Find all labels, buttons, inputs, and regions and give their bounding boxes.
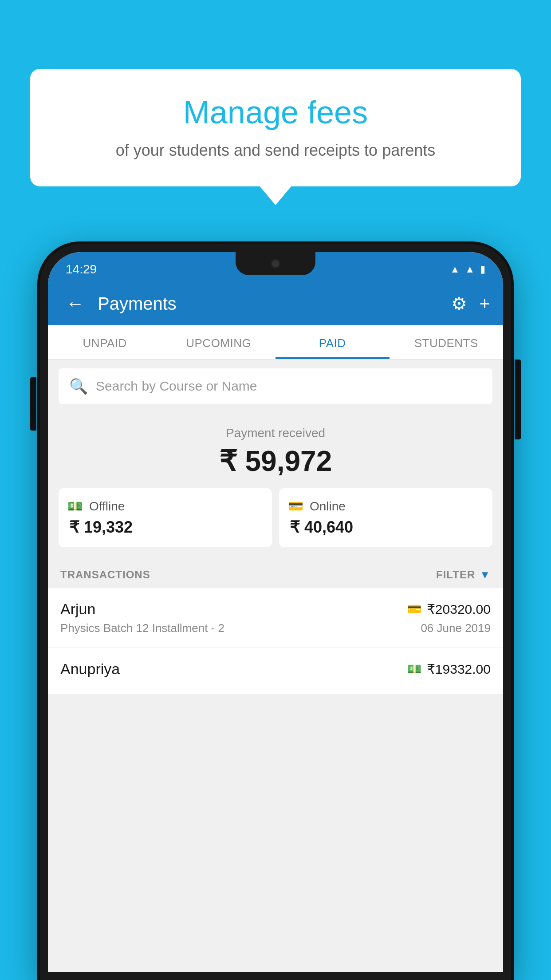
status-icons: ▲ ▲ ▮	[450, 264, 485, 275]
add-icon[interactable]: +	[480, 294, 490, 314]
header-icons: ⚙ +	[451, 293, 490, 314]
card-payment-icon: 💳	[407, 602, 421, 616]
tab-paid[interactable]: PAID	[276, 325, 390, 359]
filter-button[interactable]: FILTER ▼	[436, 569, 491, 581]
payment-total: ₹ 59,972	[59, 445, 492, 478]
transaction-amount: ₹19332.00	[427, 661, 491, 677]
offline-card-top: 💵 Offline	[67, 499, 125, 514]
offline-label: Offline	[89, 499, 125, 514]
tab-upcoming[interactable]: UPCOMING	[162, 325, 276, 359]
back-button[interactable]: ←	[61, 288, 89, 319]
tabs-container: UNPAID UPCOMING PAID STUDENTS	[48, 325, 503, 360]
amount-row: 💳 ₹20320.00	[407, 601, 491, 617]
offline-payment-icon: 💵	[67, 499, 83, 514]
student-name: Arjun	[60, 601, 95, 618]
transactions-header: TRANSACTIONS FILTER ▼	[48, 558, 503, 588]
bubble-subtitle: of your students and send receipts to pa…	[57, 141, 494, 160]
cash-payment-icon: 💵	[407, 662, 421, 676]
payment-cards: 💵 Offline ₹ 19,332 💳 Online ₹ 40,640	[59, 488, 492, 547]
filter-icon: ▼	[480, 569, 491, 581]
amount-row: 💵 ₹19332.00	[407, 661, 491, 677]
phone-inner: 14:29 ▲ ▲ ▮ ← Payments ⚙ + UNPAID UPCOMI…	[48, 252, 503, 972]
payment-summary: Payment received ₹ 59,972 💵 Offline ₹ 19…	[48, 413, 503, 558]
transactions-label: TRANSACTIONS	[60, 569, 150, 581]
app-header: ← Payments ⚙ +	[48, 282, 503, 325]
speech-bubble: Manage fees of your students and send re…	[30, 69, 521, 186]
page-title: Payments	[98, 294, 442, 314]
bubble-title: Manage fees	[57, 93, 494, 131]
battery-icon: ▮	[480, 264, 485, 275]
transaction-amount: ₹20320.00	[427, 601, 491, 617]
student-name: Anupriya	[60, 660, 120, 678]
online-card-top: 💳 Online	[288, 499, 346, 514]
search-icon: 🔍	[69, 377, 88, 395]
filter-label: FILTER	[436, 569, 475, 581]
tab-unpaid[interactable]: UNPAID	[48, 325, 162, 359]
transaction-row-top: Arjun 💳 ₹20320.00	[60, 601, 491, 618]
date-info: 06 June 2019	[421, 621, 491, 635]
wifi-icon: ▲	[450, 264, 460, 275]
camera-dot	[271, 259, 280, 269]
settings-icon[interactable]: ⚙	[451, 293, 467, 314]
online-payment-icon: 💳	[288, 499, 303, 514]
offline-card: 💵 Offline ₹ 19,332	[59, 488, 272, 547]
transaction-item[interactable]: Anupriya 💵 ₹19332.00	[48, 648, 503, 694]
signal-icon: ▲	[465, 264, 475, 275]
online-amount: ₹ 40,640	[288, 518, 353, 537]
transaction-row-bottom: Physics Batch 12 Installment - 2 06 June…	[60, 621, 491, 635]
transaction-row-top: Anupriya 💵 ₹19332.00	[60, 660, 491, 678]
search-placeholder: Search by Course or Name	[96, 379, 257, 394]
search-container: 🔍 Search by Course or Name	[48, 360, 503, 413]
course-info: Physics Batch 12 Installment - 2	[60, 621, 224, 635]
search-bar[interactable]: 🔍 Search by Course or Name	[59, 368, 492, 404]
tab-students[interactable]: STUDENTS	[390, 325, 504, 359]
online-label: Online	[310, 499, 346, 514]
online-card: 💳 Online ₹ 40,640	[279, 488, 492, 547]
transaction-item[interactable]: Arjun 💳 ₹20320.00 Physics Batch 12 Insta…	[48, 588, 503, 648]
status-time: 14:29	[66, 262, 97, 277]
payment-received-label: Payment received	[59, 426, 492, 440]
speech-bubble-container: Manage fees of your students and send re…	[30, 69, 521, 186]
offline-amount: ₹ 19,332	[67, 518, 133, 537]
phone-frame: 14:29 ▲ ▲ ▮ ← Payments ⚙ + UNPAID UPCOMI…	[40, 244, 511, 980]
notch	[236, 252, 315, 275]
